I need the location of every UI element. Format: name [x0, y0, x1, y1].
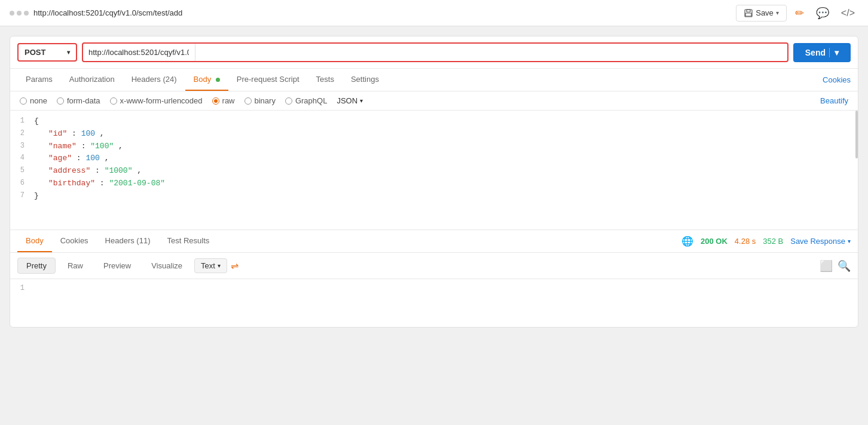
code-line-7: 7 } [10, 190, 858, 203]
dot-1 [10, 11, 14, 16]
radio-graphql[interactable]: GraphQL [285, 96, 327, 105]
radio-urlencoded[interactable]: x-www-form-urlencoded [110, 96, 203, 105]
dot-3 [24, 11, 29, 16]
comment-icon-button[interactable]: 💬 [812, 3, 833, 23]
response-line-1: 1 [10, 284, 858, 292]
tab-body[interactable]: Body [185, 69, 228, 91]
text-selector-chevron-icon: ▾ [218, 262, 221, 269]
method-label: POST [25, 48, 45, 57]
code-line-6: 6 "birthday" : "2001-09-08" [10, 178, 858, 190]
copy-icon[interactable]: ⬜ [820, 259, 833, 273]
dot-2 [17, 11, 22, 16]
code-toggle-button[interactable]: </> [838, 4, 858, 22]
title-bar: http://localhost:5201/cqyf/v1.0/scm/test… [0, 0, 868, 26]
edit-icon-button[interactable]: ✏ [791, 3, 808, 23]
response-meta: 🌐 200 OK 4.28 s 352 B Save Response ▾ [681, 236, 851, 247]
url-input-wrapper [82, 42, 788, 62]
save-button[interactable]: Save ▾ [736, 5, 787, 22]
view-icons: ⬜ 🔍 [820, 259, 851, 273]
code-line-1: 1 { [10, 115, 858, 128]
save-chevron-icon[interactable]: ▾ [776, 10, 779, 16]
radio-raw-circle [212, 97, 219, 105]
window-dots [10, 11, 29, 16]
radio-graphql-circle [285, 97, 292, 105]
body-options-left: none form-data x-www-form-urlencoded raw… [20, 96, 363, 105]
response-tabs-bar: Body Cookies Headers (11) Test Results 🌐… [10, 230, 858, 253]
view-preview-button[interactable]: Preview [95, 258, 139, 273]
response-tab-cookies[interactable]: Cookies [52, 230, 97, 252]
tabs-left: Params Authorization Headers (24) Body P… [17, 69, 387, 91]
search-icon[interactable]: 🔍 [838, 259, 851, 273]
text-type-selector[interactable]: Text ▾ [194, 258, 227, 273]
response-tab-test-results[interactable]: Test Results [158, 230, 218, 252]
method-chevron-icon[interactable]: ▾ [67, 49, 70, 56]
tab-pre-request-script[interactable]: Pre-request Script [228, 69, 308, 91]
status-badge: 200 OK [701, 237, 728, 246]
radio-none[interactable]: none [20, 96, 47, 105]
code-editor[interactable]: 1 { 2 "id" : 100 , 3 "name" : [10, 111, 858, 230]
scrollbar-thumb [855, 111, 858, 158]
tab-params[interactable]: Params [17, 69, 61, 91]
save-response-chevron-icon: ▾ [848, 238, 851, 244]
code-line-4: 4 "age" : 100 , [10, 152, 858, 165]
body-options: none form-data x-www-form-urlencoded raw… [10, 91, 858, 111]
json-chevron-icon: ▾ [360, 97, 363, 104]
response-panel: Body Cookies Headers (11) Test Results 🌐… [10, 230, 858, 327]
radio-form-data-circle [57, 97, 64, 105]
cookies-link[interactable]: Cookies [823, 69, 851, 90]
tab-settings[interactable]: Settings [343, 69, 387, 91]
beautify-button[interactable]: Beautify [820, 96, 848, 105]
response-body: 1 [10, 279, 858, 327]
tab-headers[interactable]: Headers (24) [123, 69, 185, 91]
globe-icon: 🌐 [681, 236, 693, 247]
response-tab-headers[interactable]: Headers (11) [97, 230, 159, 252]
radio-binary-circle [244, 97, 252, 105]
view-pretty-button[interactable]: Pretty [17, 258, 56, 274]
response-view-bar: Pretty Raw Preview Visualize Text ▾ ⇌ ⬜ … [10, 253, 858, 279]
radio-none-circle [20, 97, 27, 105]
send-button[interactable]: Send ▾ [793, 43, 851, 62]
main-content: POST ▾ Send ▾ Params Authorization Heade… [0, 26, 868, 425]
response-tab-body[interactable]: Body [17, 230, 52, 252]
radio-binary[interactable]: binary [244, 96, 276, 105]
response-time: 4.28 s [735, 237, 756, 246]
title-bar-left: http://localhost:5201/cqyf/v1.0/scm/test… [10, 8, 182, 17]
request-tabs-bar: Params Authorization Headers (24) Body P… [10, 69, 858, 91]
wrap-lines-icon[interactable]: ⇌ [231, 260, 239, 271]
title-bar-right: Save ▾ ✏ 💬 </> [736, 3, 858, 23]
tab-authorization[interactable]: Authorization [61, 69, 123, 91]
response-tabs-left: Body Cookies Headers (11) Test Results [17, 230, 218, 252]
view-raw-button[interactable]: Raw [59, 258, 91, 273]
save-icon [744, 8, 753, 18]
code-line-2: 2 "id" : 100 , [10, 128, 858, 140]
request-panel: POST ▾ Send ▾ Params Authorization Heade… [10, 36, 858, 328]
code-line-3: 3 "name" : "100" , [10, 140, 858, 153]
radio-urlencoded-circle [110, 97, 117, 105]
svg-rect-1 [747, 10, 750, 12]
tab-tests[interactable]: Tests [308, 69, 343, 91]
save-response-button[interactable]: Save Response ▾ [790, 237, 851, 246]
view-visualize-button[interactable]: Visualize [143, 258, 191, 273]
send-chevron-icon[interactable]: ▾ [829, 48, 839, 57]
code-line-5: 5 "address" : "1000" , [10, 165, 858, 178]
url-bar: POST ▾ Send ▾ [10, 36, 858, 69]
method-selector[interactable]: POST ▾ [17, 43, 77, 62]
response-size: 352 B [763, 237, 783, 246]
body-dot [216, 78, 220, 82]
svg-rect-2 [745, 13, 751, 16]
view-options: Pretty Raw Preview Visualize Text ▾ ⇌ [17, 258, 239, 274]
radio-form-data[interactable]: form-data [57, 96, 100, 105]
url-input[interactable] [82, 42, 195, 62]
radio-raw[interactable]: raw [212, 96, 235, 105]
json-type-selector[interactable]: JSON ▾ [337, 96, 363, 105]
window-url-title: http://localhost:5201/cqyf/v1.0/scm/test… [33, 8, 182, 17]
